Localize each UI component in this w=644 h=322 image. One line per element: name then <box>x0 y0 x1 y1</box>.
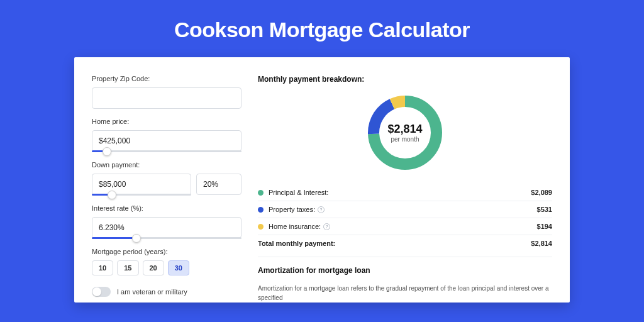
donut-amount: $2,814 <box>387 123 422 136</box>
down-payment-field-group: Down payment: <box>92 161 242 196</box>
zip-input[interactable] <box>92 87 242 109</box>
form-column: Property Zip Code: Home price: Down paym… <box>92 75 242 303</box>
breakdown-heading: Monthly payment breakdown: <box>258 75 552 84</box>
down-payment-pct-input[interactable] <box>196 174 242 195</box>
interest-field-group: Interest rate (%): <box>92 204 242 239</box>
legend-dot-icon <box>258 207 264 213</box>
interest-slider-fill <box>92 237 136 239</box>
amortization-text: Amortization for a mortgage loan refers … <box>258 284 552 303</box>
interest-slider[interactable] <box>92 237 242 239</box>
period-option-20[interactable]: 20 <box>143 260 164 275</box>
down-payment-label: Down payment: <box>92 161 242 169</box>
period-option-15[interactable]: 15 <box>117 260 138 275</box>
veteran-toggle-row: I am veteran or military <box>92 287 242 297</box>
legend-row: Home insurance:?$194 <box>258 218 552 235</box>
down-payment-slider[interactable] <box>92 194 191 196</box>
home-price-input[interactable] <box>92 130 242 152</box>
info-icon[interactable]: ? <box>323 223 330 230</box>
veteran-label: I am veteran or military <box>117 288 187 296</box>
legend-dot-icon <box>258 224 264 230</box>
legend-row: Property taxes:?$531 <box>258 201 552 218</box>
total-value: $2,814 <box>531 240 552 247</box>
period-field-group: Mortgage period (years): 10152030 <box>92 248 242 275</box>
legend-dot-icon <box>258 190 264 196</box>
zip-field-group: Property Zip Code: <box>92 75 242 109</box>
legend-label: Home insurance:? <box>269 223 537 230</box>
legend-label: Principal & Interest: <box>269 189 531 196</box>
legend-row: Principal & Interest:$2,089 <box>258 184 552 201</box>
home-price-slider[interactable] <box>92 150 242 152</box>
donut-chart-wrap: $2,814 per month <box>258 92 552 173</box>
interest-slider-thumb[interactable] <box>132 234 141 243</box>
breakdown-column: Monthly payment breakdown: $2,814 per mo… <box>258 75 552 303</box>
legend-value: $531 <box>537 206 552 213</box>
total-label: Total monthly payment: <box>258 240 531 247</box>
calculator-card: Property Zip Code: Home price: Down paym… <box>74 57 570 303</box>
donut-chart: $2,814 per month <box>365 92 445 173</box>
legend-label: Property taxes:? <box>269 206 537 213</box>
interest-input[interactable] <box>92 217 242 238</box>
legend-value: $194 <box>537 223 552 230</box>
period-label: Mortgage period (years): <box>92 248 242 255</box>
legend-value: $2,089 <box>531 189 552 196</box>
info-icon[interactable]: ? <box>318 206 325 213</box>
donut-sub: per month <box>391 136 419 143</box>
total-row: Total monthly payment: $2,814 <box>258 235 552 252</box>
down-payment-slider-thumb[interactable] <box>108 191 116 199</box>
home-price-slider-thumb[interactable] <box>103 147 111 156</box>
amortization-heading: Amortization for mortgage loan <box>258 266 552 275</box>
home-price-label: Home price: <box>92 118 242 125</box>
interest-label: Interest rate (%): <box>92 204 242 212</box>
zip-label: Property Zip Code: <box>92 75 242 82</box>
amortization-section: Amortization for mortgage loan Amortizat… <box>258 257 552 303</box>
veteran-toggle-knob <box>92 287 101 296</box>
period-option-30[interactable]: 30 <box>168 260 189 275</box>
down-payment-input[interactable] <box>92 174 191 195</box>
period-option-10[interactable]: 10 <box>92 260 113 275</box>
page-title: Cookson Mortgage Calculator <box>0 0 644 57</box>
home-price-field-group: Home price: <box>92 118 242 152</box>
veteran-toggle[interactable] <box>92 287 111 297</box>
